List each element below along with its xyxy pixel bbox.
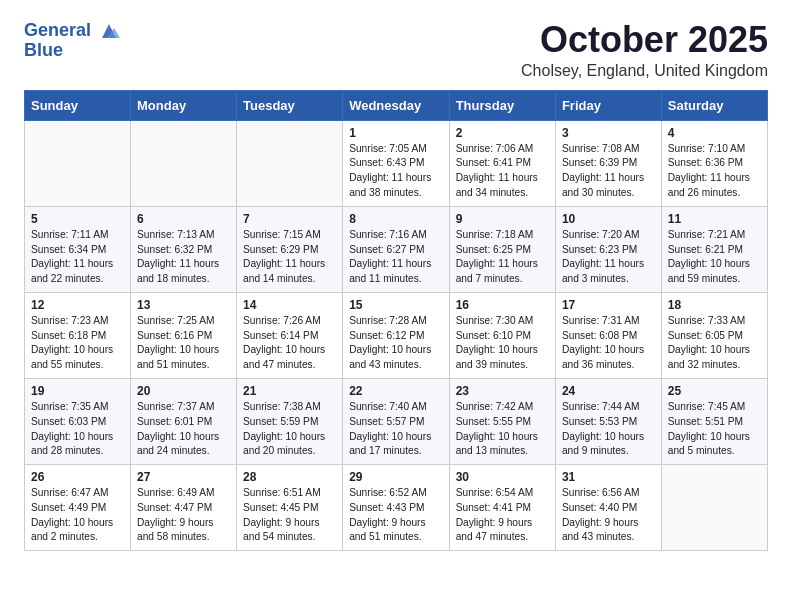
day-cell-30: 30Sunrise: 6:54 AM Sunset: 4:41 PM Dayli… — [449, 465, 555, 551]
header-sunday: Sunday — [25, 90, 131, 120]
day-info-7: Sunrise: 7:15 AM Sunset: 6:29 PM Dayligh… — [243, 228, 336, 287]
day-number-26: 26 — [31, 470, 124, 484]
calendar: SundayMondayTuesdayWednesdayThursdayFrid… — [24, 90, 768, 552]
day-cell-12: 12Sunrise: 7:23 AM Sunset: 6:18 PM Dayli… — [25, 292, 131, 378]
day-info-16: Sunrise: 7:30 AM Sunset: 6:10 PM Dayligh… — [456, 314, 549, 373]
day-number-2: 2 — [456, 126, 549, 140]
day-cell-16: 16Sunrise: 7:30 AM Sunset: 6:10 PM Dayli… — [449, 292, 555, 378]
day-cell-14: 14Sunrise: 7:26 AM Sunset: 6:14 PM Dayli… — [237, 292, 343, 378]
header-saturday: Saturday — [661, 90, 767, 120]
day-cell-9: 9Sunrise: 7:18 AM Sunset: 6:25 PM Daylig… — [449, 206, 555, 292]
day-number-21: 21 — [243, 384, 336, 398]
day-cell-22: 22Sunrise: 7:40 AM Sunset: 5:57 PM Dayli… — [343, 378, 450, 464]
day-number-8: 8 — [349, 212, 443, 226]
day-info-20: Sunrise: 7:37 AM Sunset: 6:01 PM Dayligh… — [137, 400, 230, 459]
empty-cell — [131, 120, 237, 206]
day-number-9: 9 — [456, 212, 549, 226]
day-cell-10: 10Sunrise: 7:20 AM Sunset: 6:23 PM Dayli… — [555, 206, 661, 292]
empty-cell — [661, 465, 767, 551]
logo-text: General — [24, 20, 120, 42]
day-info-12: Sunrise: 7:23 AM Sunset: 6:18 PM Dayligh… — [31, 314, 124, 373]
day-number-31: 31 — [562, 470, 655, 484]
day-cell-26: 26Sunrise: 6:47 AM Sunset: 4:49 PM Dayli… — [25, 465, 131, 551]
day-info-26: Sunrise: 6:47 AM Sunset: 4:49 PM Dayligh… — [31, 486, 124, 545]
day-info-1: Sunrise: 7:05 AM Sunset: 6:43 PM Dayligh… — [349, 142, 443, 201]
day-cell-24: 24Sunrise: 7:44 AM Sunset: 5:53 PM Dayli… — [555, 378, 661, 464]
day-number-14: 14 — [243, 298, 336, 312]
day-info-2: Sunrise: 7:06 AM Sunset: 6:41 PM Dayligh… — [456, 142, 549, 201]
day-cell-15: 15Sunrise: 7:28 AM Sunset: 6:12 PM Dayli… — [343, 292, 450, 378]
day-number-24: 24 — [562, 384, 655, 398]
day-info-29: Sunrise: 6:52 AM Sunset: 4:43 PM Dayligh… — [349, 486, 443, 545]
day-number-5: 5 — [31, 212, 124, 226]
day-cell-23: 23Sunrise: 7:42 AM Sunset: 5:55 PM Dayli… — [449, 378, 555, 464]
day-number-4: 4 — [668, 126, 761, 140]
day-info-10: Sunrise: 7:20 AM Sunset: 6:23 PM Dayligh… — [562, 228, 655, 287]
calendar-week-3: 12Sunrise: 7:23 AM Sunset: 6:18 PM Dayli… — [25, 292, 768, 378]
day-cell-8: 8Sunrise: 7:16 AM Sunset: 6:27 PM Daylig… — [343, 206, 450, 292]
day-info-14: Sunrise: 7:26 AM Sunset: 6:14 PM Dayligh… — [243, 314, 336, 373]
day-cell-21: 21Sunrise: 7:38 AM Sunset: 5:59 PM Dayli… — [237, 378, 343, 464]
day-cell-25: 25Sunrise: 7:45 AM Sunset: 5:51 PM Dayli… — [661, 378, 767, 464]
day-info-5: Sunrise: 7:11 AM Sunset: 6:34 PM Dayligh… — [31, 228, 124, 287]
day-number-1: 1 — [349, 126, 443, 140]
day-number-7: 7 — [243, 212, 336, 226]
day-info-4: Sunrise: 7:10 AM Sunset: 6:36 PM Dayligh… — [668, 142, 761, 201]
day-cell-4: 4Sunrise: 7:10 AM Sunset: 6:36 PM Daylig… — [661, 120, 767, 206]
day-number-27: 27 — [137, 470, 230, 484]
day-number-30: 30 — [456, 470, 549, 484]
day-number-15: 15 — [349, 298, 443, 312]
day-number-16: 16 — [456, 298, 549, 312]
day-cell-3: 3Sunrise: 7:08 AM Sunset: 6:39 PM Daylig… — [555, 120, 661, 206]
calendar-header-row: SundayMondayTuesdayWednesdayThursdayFrid… — [25, 90, 768, 120]
day-number-13: 13 — [137, 298, 230, 312]
day-number-28: 28 — [243, 470, 336, 484]
logo: General Blue — [24, 20, 120, 61]
day-cell-1: 1Sunrise: 7:05 AM Sunset: 6:43 PM Daylig… — [343, 120, 450, 206]
month-title: October 2025 — [521, 20, 768, 60]
day-number-3: 3 — [562, 126, 655, 140]
day-info-19: Sunrise: 7:35 AM Sunset: 6:03 PM Dayligh… — [31, 400, 124, 459]
day-number-18: 18 — [668, 298, 761, 312]
day-cell-28: 28Sunrise: 6:51 AM Sunset: 4:45 PM Dayli… — [237, 465, 343, 551]
day-info-13: Sunrise: 7:25 AM Sunset: 6:16 PM Dayligh… — [137, 314, 230, 373]
day-info-8: Sunrise: 7:16 AM Sunset: 6:27 PM Dayligh… — [349, 228, 443, 287]
day-number-25: 25 — [668, 384, 761, 398]
day-cell-27: 27Sunrise: 6:49 AM Sunset: 4:47 PM Dayli… — [131, 465, 237, 551]
header-monday: Monday — [131, 90, 237, 120]
page: General Blue October 2025 Cholsey, Engla… — [0, 0, 792, 571]
day-cell-5: 5Sunrise: 7:11 AM Sunset: 6:34 PM Daylig… — [25, 206, 131, 292]
location: Cholsey, England, United Kingdom — [521, 62, 768, 80]
day-number-22: 22 — [349, 384, 443, 398]
header-wednesday: Wednesday — [343, 90, 450, 120]
day-cell-2: 2Sunrise: 7:06 AM Sunset: 6:41 PM Daylig… — [449, 120, 555, 206]
calendar-week-5: 26Sunrise: 6:47 AM Sunset: 4:49 PM Dayli… — [25, 465, 768, 551]
day-cell-7: 7Sunrise: 7:15 AM Sunset: 6:29 PM Daylig… — [237, 206, 343, 292]
day-number-10: 10 — [562, 212, 655, 226]
day-info-3: Sunrise: 7:08 AM Sunset: 6:39 PM Dayligh… — [562, 142, 655, 201]
day-cell-6: 6Sunrise: 7:13 AM Sunset: 6:32 PM Daylig… — [131, 206, 237, 292]
day-info-11: Sunrise: 7:21 AM Sunset: 6:21 PM Dayligh… — [668, 228, 761, 287]
header-thursday: Thursday — [449, 90, 555, 120]
day-info-21: Sunrise: 7:38 AM Sunset: 5:59 PM Dayligh… — [243, 400, 336, 459]
day-cell-19: 19Sunrise: 7:35 AM Sunset: 6:03 PM Dayli… — [25, 378, 131, 464]
day-info-28: Sunrise: 6:51 AM Sunset: 4:45 PM Dayligh… — [243, 486, 336, 545]
day-info-22: Sunrise: 7:40 AM Sunset: 5:57 PM Dayligh… — [349, 400, 443, 459]
calendar-week-1: 1Sunrise: 7:05 AM Sunset: 6:43 PM Daylig… — [25, 120, 768, 206]
day-info-6: Sunrise: 7:13 AM Sunset: 6:32 PM Dayligh… — [137, 228, 230, 287]
day-number-19: 19 — [31, 384, 124, 398]
day-cell-20: 20Sunrise: 7:37 AM Sunset: 6:01 PM Dayli… — [131, 378, 237, 464]
day-number-11: 11 — [668, 212, 761, 226]
day-info-31: Sunrise: 6:56 AM Sunset: 4:40 PM Dayligh… — [562, 486, 655, 545]
day-cell-29: 29Sunrise: 6:52 AM Sunset: 4:43 PM Dayli… — [343, 465, 450, 551]
day-cell-13: 13Sunrise: 7:25 AM Sunset: 6:16 PM Dayli… — [131, 292, 237, 378]
day-number-6: 6 — [137, 212, 230, 226]
day-number-20: 20 — [137, 384, 230, 398]
day-info-18: Sunrise: 7:33 AM Sunset: 6:05 PM Dayligh… — [668, 314, 761, 373]
day-info-17: Sunrise: 7:31 AM Sunset: 6:08 PM Dayligh… — [562, 314, 655, 373]
day-info-24: Sunrise: 7:44 AM Sunset: 5:53 PM Dayligh… — [562, 400, 655, 459]
day-info-9: Sunrise: 7:18 AM Sunset: 6:25 PM Dayligh… — [456, 228, 549, 287]
day-cell-11: 11Sunrise: 7:21 AM Sunset: 6:21 PM Dayli… — [661, 206, 767, 292]
day-info-15: Sunrise: 7:28 AM Sunset: 6:12 PM Dayligh… — [349, 314, 443, 373]
day-number-23: 23 — [456, 384, 549, 398]
